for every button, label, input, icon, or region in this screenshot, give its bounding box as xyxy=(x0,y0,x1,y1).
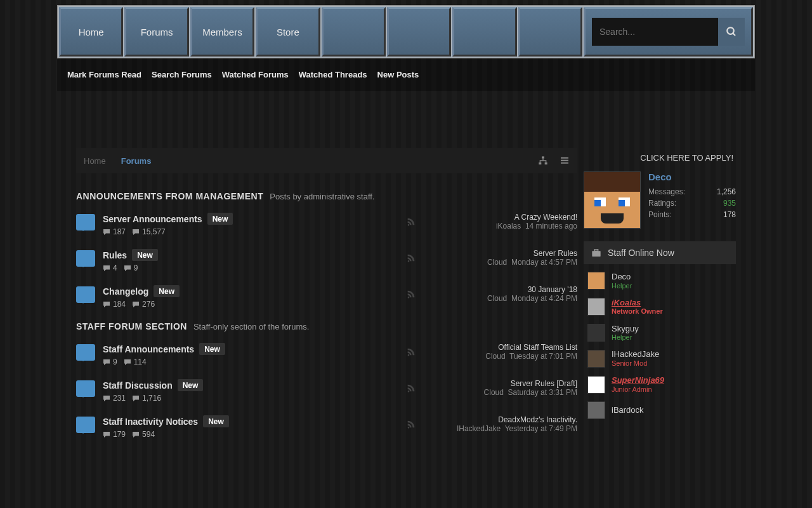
post-count: 114 xyxy=(124,358,147,366)
forum-row: Staff AnnouncementsNew 9 114Official Sta… xyxy=(76,337,577,373)
section-subtitle: Staff-only section of the forums. xyxy=(193,322,310,331)
forum-icon[interactable] xyxy=(76,250,95,267)
new-badge: New xyxy=(203,415,229,427)
forum-title[interactable]: Rules xyxy=(103,250,127,260)
post-count: 594 xyxy=(132,430,155,439)
nav-empty-2[interactable] xyxy=(387,7,451,57)
forum-row: Staff DiscussionNew 231 1,716Server Rule… xyxy=(76,373,577,409)
staff-name[interactable]: iKoalas xyxy=(612,298,663,308)
staff-avatar xyxy=(587,272,605,290)
section-title[interactable]: ANNOUNCEMENTS FROM MANAGEMENT xyxy=(76,191,263,201)
rss-icon[interactable] xyxy=(406,253,416,263)
forum-title[interactable]: Staff Announcements xyxy=(103,344,194,354)
staff-row[interactable]: DecoHelper xyxy=(584,268,736,294)
svg-rect-7 xyxy=(561,163,568,164)
staff-row[interactable]: IHackedJakeSenior Mod xyxy=(584,345,736,371)
profile-card: Deco Messages:1,256Ratings:935Points:178 xyxy=(584,171,736,241)
nav-empty-4[interactable] xyxy=(518,7,582,57)
search-input[interactable] xyxy=(592,18,718,46)
forum-row: RulesNew 4 9Server RulesCloud Monday at … xyxy=(76,243,577,279)
profile-stat: Points:178 xyxy=(648,209,736,220)
breadcrumb-current: Forums xyxy=(121,156,152,166)
forum-icon[interactable] xyxy=(76,214,95,231)
forum-icon[interactable] xyxy=(76,417,95,433)
briefcase-icon xyxy=(591,248,601,257)
nav-store[interactable]: Store xyxy=(256,7,320,57)
staff-online-header: Staff Online Now xyxy=(584,241,736,264)
staff-avatar xyxy=(587,376,605,394)
staff-avatar xyxy=(587,324,605,342)
nav-members[interactable]: Members xyxy=(190,7,254,57)
forum-latest[interactable]: Server Rules [Draft]Cloud Saturday at 3:… xyxy=(431,379,577,397)
forum-icon[interactable] xyxy=(76,286,95,303)
nav-empty-1[interactable] xyxy=(322,7,386,57)
staff-name[interactable]: IHackedJake xyxy=(612,349,659,359)
staff-name[interactable]: SuperNinja69 xyxy=(612,375,664,385)
svg-rect-5 xyxy=(561,157,568,159)
rss-icon[interactable] xyxy=(406,347,416,357)
nav-forums[interactable]: Forums xyxy=(124,7,188,57)
svg-point-0 xyxy=(727,27,734,34)
forum-latest[interactable]: 30 January '18Cloud Monday at 4:24 PM xyxy=(431,285,577,303)
rss-icon[interactable] xyxy=(406,289,416,299)
staff-name[interactable]: iBardock xyxy=(612,405,644,415)
staff-role: Junior Admin xyxy=(612,385,664,394)
forum-latest[interactable]: Server RulesCloud Monday at 4:57 PM xyxy=(431,249,577,267)
forum-icon[interactable] xyxy=(76,344,95,361)
forum-title[interactable]: Server Announcements xyxy=(103,214,202,224)
search-button[interactable] xyxy=(718,18,745,46)
staff-row[interactable]: iBardock xyxy=(584,398,736,423)
staff-row[interactable]: iKoalasNetwork Owner xyxy=(584,294,736,320)
new-badge: New xyxy=(207,213,233,225)
profile-name[interactable]: Deco xyxy=(648,171,736,182)
rss-icon[interactable] xyxy=(406,383,416,393)
forum-row: Staff Inactivity NoticesNew 179 594Deadx… xyxy=(76,409,577,445)
staff-name[interactable]: Skyguy xyxy=(612,324,639,334)
thread-count: 4 xyxy=(103,264,117,272)
nav-search xyxy=(584,7,753,57)
apply-link[interactable]: CLICK HERE TO APPLY! xyxy=(584,148,736,171)
thread-count: 231 xyxy=(103,394,126,403)
forum-title[interactable]: Changelog xyxy=(103,286,148,297)
subnav-watched-forums[interactable]: Watched Forums xyxy=(222,70,289,79)
profile-stat: Messages:1,256 xyxy=(648,186,736,197)
forum-latest[interactable]: Official Staff Teams ListCloud Tuesday a… xyxy=(431,343,577,361)
svg-rect-6 xyxy=(561,160,568,161)
svg-line-1 xyxy=(733,33,735,36)
staff-row[interactable]: SkyguyHelper xyxy=(584,320,736,346)
subnav-watched-threads[interactable]: Watched Threads xyxy=(299,70,367,79)
section-title[interactable]: STAFF FORUM SECTION xyxy=(76,321,187,331)
staff-avatar xyxy=(587,401,605,419)
staff-name[interactable]: Deco xyxy=(612,272,632,282)
sitemap-icon[interactable] xyxy=(538,156,548,166)
forum-title[interactable]: Staff Inactivity Notices xyxy=(103,417,198,427)
staff-list: DecoHelperiKoalasNetwork OwnerSkyguyHelp… xyxy=(584,264,736,427)
new-badge: New xyxy=(178,379,204,391)
thread-count: 179 xyxy=(103,430,126,439)
forum-latest[interactable]: DeadxModz's Inactivity.IHackedJake Yeste… xyxy=(431,415,577,433)
post-count: 9 xyxy=(124,264,138,272)
list-icon[interactable] xyxy=(560,156,570,166)
forum-row: ChangelogNew 184 27630 January '18Cloud … xyxy=(76,279,577,315)
nav-home[interactable]: Home xyxy=(59,7,123,57)
svg-rect-3 xyxy=(539,163,541,164)
forum-icon[interactable] xyxy=(76,380,95,397)
rss-icon[interactable] xyxy=(406,217,416,227)
new-badge: New xyxy=(199,343,225,355)
post-count: 276 xyxy=(132,300,155,309)
staff-row[interactable]: SuperNinja69Junior Admin xyxy=(584,371,736,398)
subnav-search-forums[interactable]: Search Forums xyxy=(152,70,212,79)
post-count: 1,716 xyxy=(132,394,161,403)
section-subtitle: Posts by administrative staff. xyxy=(270,192,374,201)
breadcrumb-home[interactable]: Home xyxy=(84,156,106,166)
subnav-mark-read[interactable]: Mark Forums Read xyxy=(67,70,141,79)
subnav-new-posts[interactable]: New Posts xyxy=(377,70,419,79)
avatar[interactable] xyxy=(584,171,641,229)
forum-row: Server AnnouncementsNew 187 15,577A Craz… xyxy=(76,206,577,243)
staff-avatar xyxy=(587,298,605,316)
nav-empty-3[interactable] xyxy=(452,7,516,57)
forum-latest[interactable]: A Crazy Weekend!iKoalas 14 minutes ago xyxy=(431,213,577,231)
forum-title[interactable]: Staff Discussion xyxy=(103,380,173,391)
svg-rect-2 xyxy=(542,156,544,158)
rss-icon[interactable] xyxy=(406,419,416,429)
